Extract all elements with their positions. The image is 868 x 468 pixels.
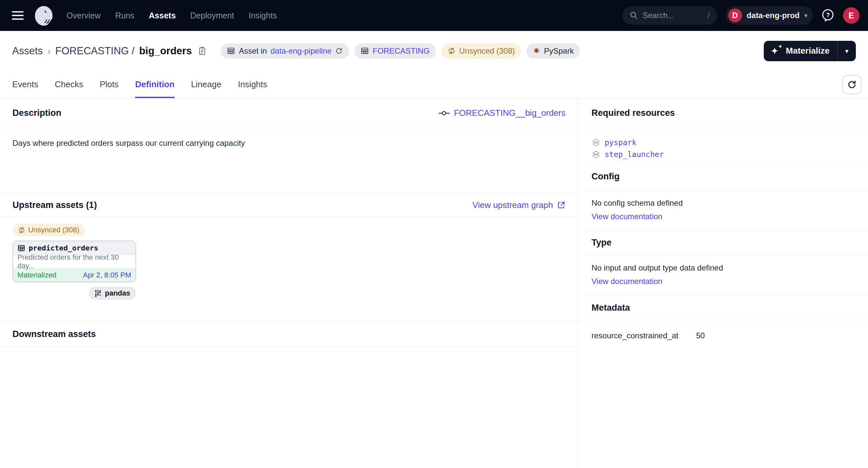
- description-body: Days where predicted orders surpass our …: [0, 128, 578, 193]
- resource-layers-icon: [591, 138, 600, 147]
- op-link-label: FORECASTING__big_orders: [454, 108, 565, 118]
- config-title: Config: [591, 172, 619, 182]
- nav-assets[interactable]: Assets: [149, 11, 176, 21]
- refresh-icon: [335, 47, 343, 55]
- search-shortcut-hint: /: [708, 11, 710, 20]
- type-empty-message: No input and output type data defined: [591, 263, 855, 272]
- refresh-icon: [847, 80, 857, 89]
- resource-link-pyspark[interactable]: pyspark: [604, 138, 637, 147]
- group-tag[interactable]: FORECASTING: [354, 43, 436, 59]
- deployment-switcher[interactable]: D data-eng-prod ▾: [725, 6, 813, 25]
- materialization-timestamp[interactable]: Apr 2, 8:05 PM: [83, 271, 131, 280]
- tab-definition[interactable]: Definition: [135, 71, 175, 98]
- topnav-right: / D data-eng-prod ▾ ? E: [622, 6, 860, 25]
- asset-tags: Asset in data-eng-pipeline FORECASTING: [221, 43, 580, 59]
- metadata-key: resource_constrained_at: [591, 331, 696, 340]
- breadcrumb-separator: ›: [48, 46, 51, 57]
- asset-card-tags: pandas: [12, 287, 136, 300]
- config-view-documentation-link[interactable]: View documentation: [591, 212, 662, 221]
- upstream-title: Upstream assets (1): [12, 200, 97, 210]
- table-icon: [227, 47, 235, 55]
- resource-item: pyspark: [591, 137, 855, 148]
- nav-runs[interactable]: Runs: [115, 11, 134, 21]
- asset-card-status-bar: Materialized Apr 2, 8:05 PM: [13, 268, 135, 282]
- table-icon: [18, 244, 25, 252]
- nav-deployment[interactable]: Deployment: [190, 11, 234, 21]
- type-section-header: Type: [578, 230, 868, 255]
- breadcrumb-group: FORECASTING /: [55, 45, 134, 57]
- asset-in-pipeline-tag[interactable]: Asset in data-eng-pipeline: [221, 43, 349, 59]
- asset-card-name: predicted_orders: [29, 244, 98, 252]
- metadata-row: resource_constrained_at 50: [591, 328, 855, 343]
- dagster-logo-icon[interactable]: [33, 5, 55, 26]
- view-upstream-graph-link[interactable]: View upstream graph: [472, 200, 565, 210]
- unsynced-tag[interactable]: Unsynced (308): [441, 43, 521, 59]
- asset-in-label: Asset in: [239, 47, 267, 56]
- breadcrumb-assets[interactable]: Assets: [12, 45, 43, 57]
- config-body: No config schema defined View documentat…: [578, 190, 868, 230]
- search-input[interactable]: [643, 11, 692, 20]
- resource-layers-icon: [591, 150, 600, 159]
- metadata-value: 50: [696, 331, 705, 340]
- view-upstream-graph-label: View upstream graph: [472, 200, 553, 210]
- help-icon[interactable]: ?: [821, 8, 834, 22]
- materialize-button[interactable]: ✦ ✦ Materialize: [764, 41, 837, 61]
- op-icon: [439, 110, 450, 116]
- asset-card-description: Predicted orders for the next 30 day...: [13, 255, 135, 268]
- sync-alert-icon: [18, 227, 25, 234]
- pyspark-tag-label: PySpark: [544, 47, 574, 56]
- tab-insights[interactable]: Insights: [238, 71, 267, 98]
- resource-link-step-launcher[interactable]: step_launcher: [604, 150, 664, 158]
- materialize-dropdown-button[interactable]: ▾: [837, 41, 856, 61]
- definition-sidebar: Required resources pyspark step_launcher: [578, 98, 868, 468]
- description-title: Description: [12, 108, 61, 118]
- metadata-section-header: Metadata: [578, 295, 868, 320]
- unsynced-tag-label: Unsynced (308): [459, 47, 515, 56]
- group-tag-label: FORECASTING: [373, 47, 429, 56]
- user-avatar[interactable]: E: [843, 7, 860, 24]
- pipeline-link[interactable]: data-eng-pipeline: [271, 47, 332, 56]
- nav-overview[interactable]: Overview: [66, 11, 101, 21]
- primary-nav: Overview Runs Assets Deployment Insights: [66, 11, 277, 21]
- pandas-tag-label: pandas: [105, 289, 130, 297]
- required-resources-list: pyspark step_launcher: [578, 128, 868, 163]
- page-title: big_orders: [139, 45, 192, 57]
- tab-lineage[interactable]: Lineage: [191, 71, 222, 98]
- deployment-badge: D: [728, 8, 742, 22]
- pyspark-tag[interactable]: ✷ PySpark: [526, 43, 580, 59]
- type-view-documentation-link[interactable]: View documentation: [591, 277, 662, 286]
- asset-tabs: Events Checks Plots Definition Lineage I…: [0, 71, 868, 98]
- svg-text:?: ?: [826, 11, 830, 19]
- required-resources-header: Required resources: [578, 98, 868, 128]
- refresh-button[interactable]: [842, 75, 861, 94]
- search-box[interactable]: /: [622, 6, 717, 25]
- dagster-asset-page: Overview Runs Assets Deployment Insights…: [0, 0, 868, 468]
- downstream-title: Downstream assets: [12, 329, 96, 339]
- sync-alert-icon: [447, 47, 456, 55]
- tab-events[interactable]: Events: [12, 71, 38, 98]
- upstream-unsynced-tag[interactable]: Unsynced (308): [12, 224, 85, 236]
- downstream-section-header: Downstream assets: [0, 321, 578, 347]
- upstream-unsynced-label: Unsynced (308): [28, 226, 79, 234]
- external-link-icon: [557, 201, 565, 209]
- definition-main-column: Description FORECASTING__big_orders Days…: [0, 98, 578, 468]
- search-icon: [630, 11, 638, 20]
- op-link[interactable]: FORECASTING__big_orders: [439, 108, 565, 118]
- nav-insights[interactable]: Insights: [249, 11, 277, 21]
- tab-checks[interactable]: Checks: [55, 71, 84, 98]
- metadata-table: resource_constrained_at 50: [578, 320, 868, 351]
- spark-icon: ✷: [533, 47, 540, 56]
- main-content: Description FORECASTING__big_orders Days…: [0, 98, 868, 468]
- upstream-section-header: Upstream assets (1) View upstream graph: [0, 193, 578, 217]
- type-body: No input and output type data defined Vi…: [578, 255, 868, 295]
- config-section-header: Config: [578, 163, 868, 190]
- metadata-title: Metadata: [591, 303, 630, 313]
- type-title: Type: [591, 238, 612, 248]
- copy-asset-name-icon[interactable]: [197, 46, 207, 56]
- upstream-asset-card[interactable]: predicted_orders Predicted orders for th…: [12, 241, 136, 282]
- chevron-down-icon: ▾: [804, 11, 807, 20]
- tab-plots[interactable]: Plots: [100, 71, 119, 98]
- hamburger-menu-icon[interactable]: [8, 6, 27, 25]
- status-badge: Materialized: [18, 271, 57, 280]
- pandas-tag[interactable]: pandas: [88, 287, 136, 300]
